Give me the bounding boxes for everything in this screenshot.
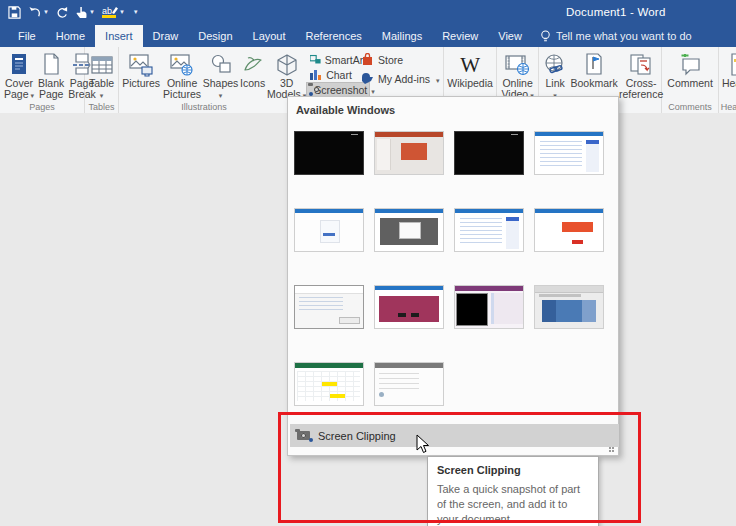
icons-dove-icon — [241, 51, 265, 78]
word-window: ▼ ▼ ab ▼ ▼ Document1 - Word File Home In… — [0, 0, 736, 526]
window-thumbnail-excel-window[interactable] — [294, 362, 364, 406]
online-pictures-button[interactable]: Online Pictures — [161, 49, 203, 100]
dropdown-arrow-icon[interactable]: ▼ — [89, 9, 95, 15]
available-windows-header: Available Windows — [288, 97, 618, 120]
chart-icon — [310, 69, 322, 80]
dropdown-arrow-icon — [219, 89, 223, 101]
screenshot-dropdown: Available Windows Screen Clipping — [287, 96, 619, 456]
table-button[interactable]: Table — [87, 49, 116, 101]
quick-access-toolbar: ▼ ▼ ab ▼ ▼ — [8, 4, 139, 20]
online-video-button[interactable]: Online Video — [499, 49, 536, 101]
tab-design[interactable]: Design — [188, 25, 242, 47]
tab-mailings[interactable]: Mailings — [372, 25, 432, 47]
dropdown-arrow-icon[interactable]: ▼ — [119, 9, 125, 15]
tab-view[interactable]: View — [488, 25, 532, 47]
3d-models-button[interactable]: 3D Models — [267, 49, 306, 101]
dropdown-arrow-icon — [100, 89, 104, 101]
undo-icon[interactable]: ▼ — [28, 4, 49, 20]
wikipedia-icon: W — [460, 51, 480, 78]
store-button[interactable]: Store — [357, 53, 443, 66]
smartart-icon — [310, 54, 321, 65]
group-label-illustrations: Illustrations — [119, 102, 289, 112]
lightbulb-icon — [540, 30, 551, 43]
tell-me-box[interactable]: Tell me what you want to do — [532, 25, 700, 47]
3d-models-cube-icon — [275, 51, 299, 78]
tell-me-label: Tell me what you want to do — [556, 30, 692, 42]
window-thumbnail-gray-list-window[interactable] — [374, 362, 444, 406]
window-thumbnail-installer-dialog-window[interactable] — [294, 285, 364, 329]
group-comments: Comment Comments — [662, 47, 719, 113]
chevron-down-icon: ▼ — [133, 9, 139, 15]
group-pages: Cover Page Blank Page Page Break Pages — [0, 47, 85, 113]
my-addins-button[interactable]: My Add-ins — [357, 72, 443, 85]
online-video-icon — [505, 51, 531, 78]
link-button[interactable]: Link — [541, 49, 569, 101]
table-icon — [90, 51, 114, 78]
group-label-header-footer: Header & Footer — [719, 102, 736, 112]
group-tables: Table Tables — [85, 47, 119, 113]
shapes-button[interactable]: Shapes — [203, 49, 238, 101]
group-label-tables: Tables — [85, 102, 118, 112]
cross-reference-button[interactable]: Cross-reference — [619, 49, 663, 100]
pictures-icon — [128, 51, 154, 78]
cross-reference-icon — [629, 51, 653, 78]
tab-home[interactable]: Home — [46, 25, 95, 47]
window-thumbnail-browser-dialog-window[interactable] — [374, 208, 444, 252]
cover-page-button[interactable]: Cover Page — [2, 49, 36, 101]
window-thumbnail-purple-app-window[interactable] — [454, 285, 524, 329]
dropdown-arrow-icon[interactable]: ▼ — [43, 9, 49, 15]
redo-icon[interactable] — [56, 4, 69, 20]
svg-text:ab: ab — [102, 6, 112, 16]
shapes-icon — [209, 51, 233, 78]
tab-insert[interactable]: Insert — [95, 25, 143, 47]
document-title: Document1 - Word — [566, 6, 666, 18]
comment-button[interactable]: Comment — [664, 49, 716, 89]
window-thumbnail-powerpoint-window[interactable] — [374, 131, 444, 175]
header-icon — [730, 51, 736, 78]
ribbon-tab-row: File Home Insert Draw Design Layout Refe… — [0, 25, 736, 47]
title-bar: ▼ ▼ ab ▼ ▼ Document1 - Word — [0, 0, 736, 25]
window-thumbnail-browser-docs-window-1[interactable] — [534, 131, 604, 175]
save-icon[interactable] — [8, 4, 21, 20]
link-icon — [543, 51, 567, 78]
tab-layout[interactable]: Layout — [243, 25, 296, 47]
text-highlight-icon[interactable]: ab ▼ — [102, 4, 125, 20]
comment-icon — [677, 51, 703, 78]
window-thumbnail-black-window-2[interactable] — [454, 131, 524, 175]
bookmark-icon — [584, 51, 604, 78]
red-annotation-box — [278, 412, 641, 523]
window-thumbnail-browser-promo-window[interactable] — [534, 208, 604, 252]
window-thumbnail-browser-login-window[interactable] — [294, 208, 364, 252]
window-thumbnail-black-window-1[interactable] — [294, 131, 364, 175]
mouse-cursor — [416, 434, 431, 455]
tab-draw[interactable]: Draw — [143, 25, 189, 47]
bookmark-button[interactable]: Bookmark — [569, 49, 619, 89]
blank-page-button[interactable]: Blank Page — [36, 49, 66, 100]
available-windows-grid — [288, 120, 618, 439]
group-label-comments: Comments — [662, 102, 718, 112]
group-header-footer: Header Footer Header & Footer — [719, 47, 736, 113]
icons-button[interactable]: Icons — [238, 49, 267, 89]
group-label-pages: Pages — [0, 102, 84, 112]
dropdown-arrow-icon — [434, 73, 440, 85]
window-thumbnail-browser-docs-window-2[interactable] — [454, 208, 524, 252]
tab-file[interactable]: File — [8, 25, 46, 47]
wikipedia-button[interactable]: W Wikipedia — [446, 49, 494, 89]
window-thumbnail-photo-app-window[interactable] — [534, 285, 604, 329]
header-button[interactable]: Header — [721, 49, 736, 101]
tab-review[interactable]: Review — [432, 25, 488, 47]
online-pictures-icon — [169, 51, 195, 78]
cover-page-icon — [9, 51, 29, 78]
my-addins-icon — [361, 72, 374, 85]
touch-mouse-mode-icon[interactable]: ▼ — [76, 4, 95, 20]
tab-references[interactable]: References — [296, 25, 372, 47]
dropdown-arrow-icon — [29, 88, 35, 100]
customize-qat-icon[interactable]: ▼ — [132, 4, 139, 20]
blank-page-icon — [42, 51, 60, 78]
pictures-button[interactable]: Pictures — [121, 49, 161, 89]
window-thumbnail-browser-maroon-window[interactable] — [374, 285, 444, 329]
store-icon — [361, 53, 374, 66]
